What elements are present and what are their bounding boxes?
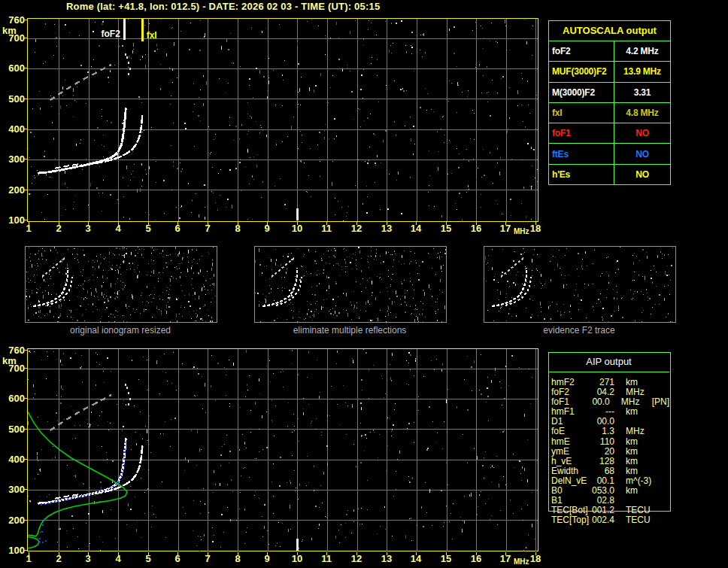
x-tick [177, 222, 178, 225]
panel-caption-eliminate: eliminate multiple reflections [253, 325, 446, 336]
echo-dot [125, 384, 126, 386]
autoscala-output-table: AUTOSCALA output foF24.2 MHzMUF(3000)F21… [548, 20, 671, 185]
autoscala-row-hes: h'EsNO [549, 164, 670, 184]
y-tick [24, 129, 27, 129]
x-tick [505, 552, 506, 555]
fxi-marker-line [141, 19, 144, 41]
aip-cell-u: km [626, 457, 657, 466]
x-axis-unit: MHz [514, 227, 529, 235]
aip-cell-u: km [626, 407, 657, 417]
x-tick [238, 552, 238, 555]
fof2-marker-label: foF2 [102, 29, 121, 39]
aip-row-yme: ymE20km [551, 447, 669, 457]
aip-cell-u: km [626, 486, 657, 496]
aip-cell-v: 110 [590, 437, 614, 447]
autoscala-row-label: foF2 [549, 41, 614, 61]
y-axis-unit: km [2, 25, 23, 36]
x-tick [177, 552, 178, 555]
x-tick [88, 552, 89, 555]
x-tick [476, 222, 477, 225]
aip-cell-u: km [626, 437, 657, 447]
aip-cell-e: [PN] [652, 397, 669, 407]
y-tick-label: 200 [0, 515, 25, 525]
autoscala-row-label: ftEs [549, 144, 614, 163]
x-tick [446, 552, 447, 555]
interference-mark [296, 208, 299, 220]
mini-second-hop [42, 258, 65, 277]
aip-cell-n: Ewidth [551, 466, 590, 476]
y-tick-label: 300 [0, 154, 25, 164]
x-tick [356, 222, 357, 225]
panel-caption-evidence: evidence F2 trace [483, 325, 675, 336]
fitted-stray-dot [42, 524, 44, 526]
autoscala-row-fxi: fxI4.8 MHz [549, 102, 670, 123]
x-tick [387, 222, 387, 225]
y-tick-label: 500 [0, 424, 25, 434]
x-tick [326, 222, 327, 225]
x-tick [297, 222, 298, 225]
echo-dot [128, 73, 129, 75]
x-tick [118, 552, 119, 555]
top-ionogram-canvas: foF2fxI [28, 19, 538, 221]
fitted-stray-dot [41, 531, 43, 533]
y-tick-label: 400 [0, 454, 25, 464]
x-tick [59, 222, 59, 225]
x-tick [416, 222, 417, 225]
autoscala-row-fof1: foF1NO [549, 123, 670, 143]
aip-cell-v: 1.3 [590, 427, 614, 436]
panel-canvas [484, 247, 675, 322]
autoscala-row-label: h'Es [549, 165, 614, 184]
y-tick-label: 600 [0, 63, 25, 73]
y-tick-label: 400 [0, 124, 25, 134]
autoscala-row-label: MUF(3000)F2 [549, 62, 614, 81]
panel-caption-original: original ionogram resized [24, 325, 217, 336]
bottom-ionogram-plot [27, 348, 538, 551]
aip-cell-v: 68 [590, 466, 614, 476]
aip-cell-n: ymE [551, 447, 590, 457]
aip-row-foe: foE1.3MHz [551, 427, 669, 436]
electron-density-profile [28, 412, 127, 536]
y-tick-label: 300 [0, 484, 25, 494]
echo-dot [126, 387, 128, 389]
autoscala-row-value: NO [614, 123, 670, 143]
autoscala-row-muf3000f2: MUF(3000)F213.9 MHz [549, 61, 670, 81]
autoscala-row-value: 4.2 MHz [614, 41, 670, 61]
y-tick [24, 20, 27, 20]
y-tick-label: 500 [0, 94, 25, 104]
autoscala-row-label: foF1 [549, 123, 614, 143]
x-tick [476, 552, 477, 555]
autoscala-row-value: 4.8 MHz [614, 103, 670, 123]
fitted-stray-dot [44, 518, 45, 520]
x-tick [505, 222, 506, 225]
x-tick [297, 552, 298, 555]
aip-cell-v: 20 [590, 447, 614, 457]
y-tick [24, 159, 27, 159]
x-axis-unit: MHz [514, 557, 529, 566]
o-mode-trace [38, 109, 126, 173]
x-tick [29, 552, 29, 555]
aip-table-rows: hmF2271kmfoF204.2MHzfoF100.0MHz[PN]hmF1-… [548, 372, 669, 525]
top-ionogram-plot: foF2fxI [27, 18, 538, 222]
y-tick [24, 350, 27, 351]
fitted-stray-dot [42, 542, 44, 543]
y-tick [24, 489, 27, 490]
x-tick [356, 552, 357, 555]
fxi-marker-label: fxI [147, 30, 157, 41]
x-tick [238, 222, 238, 225]
panel-canvas [26, 247, 217, 322]
x-tick [535, 222, 536, 225]
autoscala-row-value: NO [614, 165, 670, 184]
y-tick [24, 99, 27, 99]
x-tick [326, 552, 327, 555]
y-tick-label: 760 [0, 345, 25, 355]
aip-cell-v: 002.4 [590, 515, 614, 525]
autoscala-row-value: NO [614, 144, 670, 163]
x-tick [208, 222, 208, 225]
echo-dot [129, 68, 131, 70]
autoscala-row-ftes: ftEsNO [549, 143, 670, 163]
echo-dot [128, 392, 129, 394]
e-layer-loop [28, 537, 39, 548]
autoscala-row-value: 3.31 [614, 83, 670, 102]
x-tick [148, 222, 149, 225]
echo-dot [128, 62, 129, 64]
